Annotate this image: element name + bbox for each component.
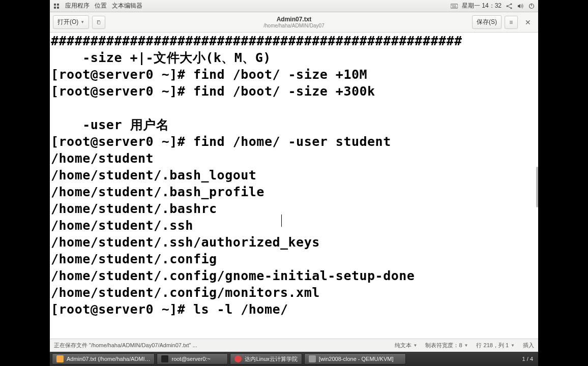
open-button-label: 打开(O) bbox=[57, 18, 78, 26]
menu-places[interactable]: 位置 bbox=[95, 2, 107, 10]
volume-icon[interactable] bbox=[517, 3, 524, 10]
editor-area[interactable]: ########################################… bbox=[50, 33, 538, 339]
save-button-label: 保存(S) bbox=[477, 18, 497, 26]
new-tab-button[interactable] bbox=[92, 16, 105, 29]
network-icon[interactable] bbox=[506, 3, 513, 10]
vm-icon bbox=[309, 355, 316, 362]
taskbar-item-vm[interactable]: [win2008-clone - QEMU/KVM] bbox=[304, 353, 406, 364]
svg-rect-3 bbox=[57, 7, 59, 9]
statusbar: 正在保存文件 "/home/haha/ADMIN/Day07/Admin07.t… bbox=[50, 339, 538, 352]
power-icon[interactable] bbox=[528, 3, 535, 10]
text-cursor bbox=[281, 215, 282, 227]
window-subtitle: /home/haha/ADMIN/Day07 bbox=[50, 23, 538, 28]
svg-rect-5 bbox=[452, 5, 453, 6]
chevron-down-icon: ▼ bbox=[414, 343, 418, 348]
status-message: 正在保存文件 "/home/haha/ADMIN/Day07/Admin07.t… bbox=[54, 342, 197, 349]
svg-rect-4 bbox=[451, 4, 458, 8]
svg-rect-8 bbox=[452, 7, 456, 7]
scrollbar-thumb[interactable] bbox=[536, 167, 538, 207]
taskbar-item-browser[interactable]: 达内Linux云计算学院 bbox=[230, 353, 302, 364]
gedit-icon bbox=[56, 355, 64, 362]
editor-content[interactable]: ########################################… bbox=[50, 33, 538, 318]
close-icon: ✕ bbox=[525, 18, 531, 26]
svg-line-13 bbox=[507, 6, 511, 8]
close-button[interactable]: ✕ bbox=[521, 16, 535, 28]
svg-rect-6 bbox=[453, 5, 454, 6]
input-method-icon[interactable] bbox=[451, 3, 458, 10]
open-button[interactable]: 打开(O) ▼ bbox=[53, 15, 89, 29]
terminal-icon bbox=[161, 355, 168, 362]
chevron-down-icon: ▼ bbox=[511, 343, 515, 348]
taskbar: Admin07.txt (/home/haha/ADMI… root@serve… bbox=[50, 352, 538, 366]
svg-rect-0 bbox=[54, 4, 56, 6]
window-title: Admin07.txt bbox=[50, 16, 538, 23]
status-syntax[interactable]: 纯文本 ▼ bbox=[395, 342, 418, 349]
status-insert-mode: 插入 bbox=[523, 342, 534, 349]
editor-toolbar: 打开(O) ▼ Admin07.txt /home/haha/ADMIN/Day… bbox=[50, 12, 538, 33]
svg-rect-1 bbox=[57, 4, 59, 6]
hamburger-icon bbox=[509, 19, 513, 26]
gnome-topbar: 应用程序 位置 文本编辑器 星期一 14：32 bbox=[50, 0, 538, 12]
document-new-icon bbox=[97, 19, 101, 26]
svg-line-12 bbox=[507, 4, 511, 6]
save-button[interactable]: 保存(S) bbox=[472, 15, 502, 29]
menu-applications[interactable]: 应用程序 bbox=[65, 2, 90, 10]
svg-rect-2 bbox=[54, 7, 56, 9]
taskbar-item-terminal[interactable]: root@server0:~ bbox=[157, 353, 228, 364]
chevron-down-icon: ▼ bbox=[464, 343, 468, 348]
firefox-icon bbox=[234, 355, 242, 362]
taskbar-item-editor[interactable]: Admin07.txt (/home/haha/ADMI… bbox=[52, 353, 155, 364]
chevron-down-icon: ▼ bbox=[80, 20, 84, 24]
svg-rect-17 bbox=[98, 21, 101, 24]
desktop: 应用程序 位置 文本编辑器 星期一 14：32 打开(O) ▼ bbox=[50, 0, 538, 366]
window-title-block: Admin07.txt /home/haha/ADMIN/Day07 bbox=[50, 16, 538, 28]
svg-rect-7 bbox=[455, 5, 456, 6]
clock[interactable]: 星期一 14：32 bbox=[462, 2, 502, 10]
hamburger-menu-button[interactable] bbox=[505, 16, 518, 29]
menu-editor[interactable]: 文本编辑器 bbox=[112, 2, 142, 10]
status-position[interactable]: 行 218，列 1 ▼ bbox=[476, 342, 515, 349]
workspace-indicator[interactable]: 1 / 4 bbox=[519, 356, 536, 362]
status-tabwidth[interactable]: 制表符宽度：8 ▼ bbox=[425, 342, 468, 349]
activities-icon[interactable] bbox=[53, 3, 60, 10]
